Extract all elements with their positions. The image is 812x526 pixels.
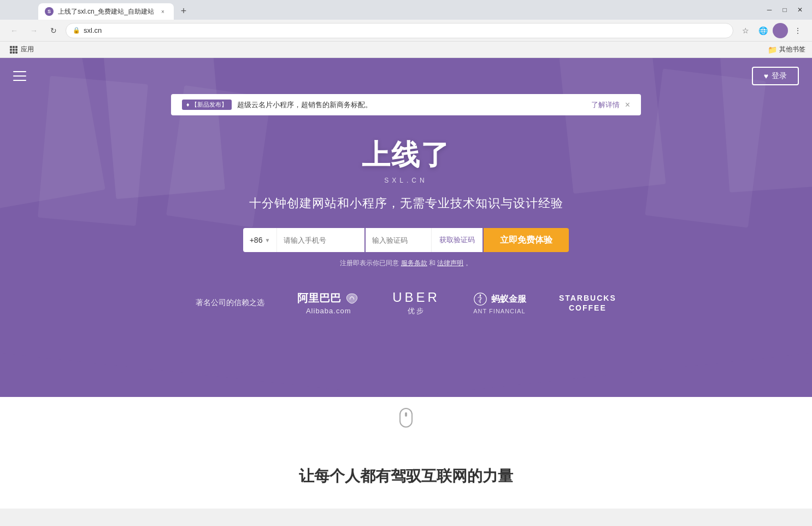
hero-chevron	[0, 353, 812, 397]
uber-text: UBER	[392, 290, 440, 305]
hero-terms: 注册即表示你已同意 服务条款 和 法律声明 。	[11, 259, 801, 268]
chrome-tab-bar: S 上线了sxl.cn_免费建站_自助建站 × + ─ □ ✕	[0, 0, 812, 20]
phone-prefix-arrow-icon: ▼	[264, 237, 270, 243]
login-label: 登录	[772, 71, 787, 81]
announcement-bar: ♦ 【新品发布】 超级云名片小程序，超销售的新商务标配。 了解详情 ×	[0, 94, 812, 115]
announcement-inner: ♦ 【新品发布】 超级云名片小程序，超销售的新商务标配。 了解详情 ×	[171, 94, 641, 115]
ant-icon	[473, 291, 488, 307]
bookmarks-bar: 应用 📁 其他书签	[0, 42, 812, 58]
minimize-button[interactable]: ─	[762, 4, 777, 15]
alibaba-logo: 阿里巴巴 Alibaba.com	[297, 291, 360, 315]
terms-link-1[interactable]: 服务条款	[401, 259, 427, 267]
tab-close-button[interactable]: ×	[158, 7, 167, 16]
code-input-group: 获取验证码	[366, 228, 483, 252]
below-fold-title: 让每个人都有驾驭互联网的力量	[11, 466, 801, 487]
address-bar[interactable]: 🔒 sxl.cn	[66, 23, 733, 38]
back-button[interactable]: ←	[7, 23, 22, 38]
terms-prefix: 注册即表示你已同意	[340, 259, 399, 267]
forward-button[interactable]: →	[26, 23, 42, 38]
website-content: ♥ 登录 ♦ 【新品发布】 超级云名片小程序，超销售的新商务标配。 了解详情 ×…	[0, 58, 812, 509]
phone-input[interactable]	[277, 228, 364, 252]
phone-prefix-selector[interactable]: +86 ▼	[243, 228, 278, 252]
star-icon[interactable]: ☆	[738, 23, 753, 38]
nav-right: ♥ 登录	[752, 67, 799, 85]
apps-bookmark[interactable]: 应用	[7, 44, 37, 55]
new-tab-button[interactable]: +	[176, 3, 191, 19]
trusted-section: 著名公司的信赖之选 阿里巴巴 Alibaba.com UBER 优步	[0, 268, 812, 343]
browser-frame: S 上线了sxl.cn_免费建站_自助建站 × + ─ □ ✕ ← → ↻ 🔒 …	[0, 0, 812, 58]
phone-prefix-value: +86	[250, 236, 263, 244]
announcement-close-button[interactable]: ×	[625, 100, 630, 110]
login-button[interactable]: ♥ 登录	[752, 67, 799, 85]
ant-cn-text: 蚂蚁金服	[491, 294, 526, 305]
terms-period: 。	[466, 259, 472, 267]
scroll-indicator	[0, 397, 812, 433]
trusted-label: 著名公司的信赖之选	[196, 298, 264, 308]
ant-financial-logo: 蚂蚁金服 ANT FINANCIAL	[473, 291, 526, 314]
uber-logo: UBER 优步	[392, 290, 440, 316]
globe-icon[interactable]: 🌐	[755, 23, 770, 38]
bookmarks-right: 📁 其他书签	[768, 45, 805, 54]
svg-point-1	[480, 295, 481, 296]
terms-and: 和	[429, 259, 436, 267]
cta-button[interactable]: 立即免费体验	[484, 228, 569, 252]
reload-button[interactable]: ↻	[46, 23, 61, 38]
starbucks-logo: STARBUCKSCOFFEE	[559, 293, 616, 313]
close-button[interactable]: ✕	[792, 4, 808, 15]
login-heart-icon: ♥	[764, 72, 768, 80]
profile-button[interactable]	[773, 23, 788, 38]
alibaba-icon	[344, 293, 360, 305]
announcement-badge: ♦ 【新品发布】	[182, 100, 232, 110]
terms-link-2[interactable]: 法律声明	[437, 259, 463, 267]
hero-subtitle: SXL.CN	[11, 177, 801, 184]
starbucks-text: STARBUCKSCOFFEE	[559, 293, 616, 313]
other-bookmarks-label: 其他书签	[779, 45, 805, 54]
hero-main: 上线了 SXL.CN 十分钟创建网站和小程序，无需专业技术知识与设计经验 +86…	[0, 120, 812, 268]
phone-input-group: +86 ▼	[243, 228, 365, 252]
alibaba-url: Alibaba.com	[306, 307, 351, 315]
verification-code-input[interactable]	[366, 228, 431, 252]
active-tab[interactable]: S 上线了sxl.cn_免费建站_自助建站 ×	[38, 3, 174, 20]
chrome-toolbar: ← → ↻ 🔒 sxl.cn ☆ 🌐 ⋮	[0, 20, 812, 42]
toolbar-right: ☆ 🌐 ⋮	[738, 23, 805, 38]
scroll-mouse-icon	[399, 408, 413, 428]
maximize-button[interactable]: □	[777, 4, 792, 15]
registration-form: +86 ▼ 获取验证码 立即免费体验	[11, 228, 801, 252]
announcement-text: 超级云名片小程序，超销售的新商务标配。	[237, 100, 586, 110]
hero-tagline: 十分钟创建网站和小程序，无需专业技术知识与设计经验	[11, 195, 801, 212]
hero-logo: 上线了	[11, 136, 801, 174]
hero-nav: ♥ 登录	[0, 58, 812, 94]
scroll-dot	[405, 412, 407, 417]
hero-section: ♥ 登录 ♦ 【新品发布】 超级云名片小程序，超销售的新商务标配。 了解详情 ×…	[0, 58, 812, 353]
below-fold-section: 让每个人都有驾驭互联网的力量	[0, 433, 812, 509]
window-controls: ─ □ ✕	[762, 0, 812, 20]
nav-left	[13, 71, 26, 81]
hero-chevron-container	[0, 353, 812, 397]
apps-label: 应用	[21, 45, 34, 54]
uber-cn-text: 优步	[408, 306, 425, 316]
get-code-button[interactable]: 获取验证码	[431, 228, 483, 252]
ant-en-text: ANT FINANCIAL	[473, 308, 525, 314]
tab-title: 上线了sxl.cn_免费建站_自助建站	[58, 7, 154, 16]
hamburger-menu[interactable]	[13, 71, 26, 81]
announcement-link[interactable]: 了解详情	[591, 100, 620, 110]
alibaba-chinese: 阿里巴巴	[297, 291, 341, 306]
url-text: sxl.cn	[84, 26, 102, 34]
menu-icon[interactable]: ⋮	[790, 23, 805, 38]
lock-icon: 🔒	[73, 27, 80, 34]
tab-favicon: S	[45, 7, 54, 16]
